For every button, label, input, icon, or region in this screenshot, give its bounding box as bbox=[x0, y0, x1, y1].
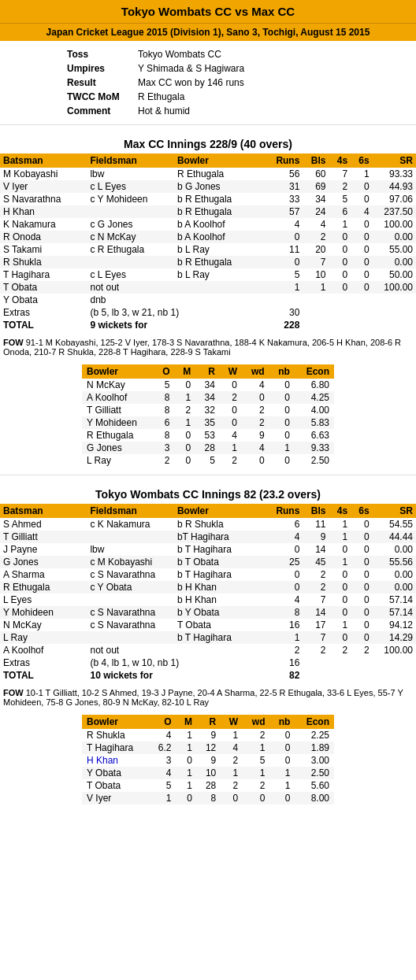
col-header-fieldsman: Fieldsman bbox=[87, 153, 173, 168]
sixes: 0 bbox=[351, 231, 373, 243]
bowling-o: 5 bbox=[149, 779, 176, 792]
batting-row: A Koolhof not out 2 2 2 2 100.00 bbox=[0, 644, 416, 656]
bowler: bT Hagihara bbox=[174, 531, 270, 543]
fours: 1 bbox=[329, 518, 351, 531]
fow-label-2: FOW bbox=[3, 688, 24, 697]
bowling-col-header: O bbox=[154, 364, 175, 379]
bowling-r: 35 bbox=[195, 416, 220, 429]
bowler: b A Koolhof bbox=[174, 231, 270, 243]
bowling-wd: 0 bbox=[242, 391, 269, 404]
bowling-row: T Obata 5 1 28 2 2 1 5.60 bbox=[82, 779, 334, 792]
bowling-econ: 6.63 bbox=[295, 429, 334, 442]
fieldsman: not out bbox=[87, 644, 173, 656]
col-header-batsman-2: Batsman bbox=[0, 504, 87, 518]
fours: 2 bbox=[329, 180, 351, 193]
bowling-nb: 0 bbox=[269, 429, 295, 442]
bowler: b G Jones bbox=[174, 180, 270, 193]
runs: 16 bbox=[269, 619, 303, 631]
batting-row: T Hagihara c L Eyes b L Ray 5 10 0 0 50.… bbox=[0, 268, 416, 281]
fieldsman: not out bbox=[87, 281, 173, 294]
sixes: 0 bbox=[351, 193, 373, 205]
match-info-value: Tokyo Wombats CC bbox=[133, 47, 354, 61]
batsman-name: Y Obata bbox=[0, 294, 87, 306]
sixes: 0 bbox=[351, 256, 373, 268]
bowling-wd: 1 bbox=[243, 741, 269, 754]
innings-2-section: Tokyo Wombats CC Innings 82 (23.2 overs)… bbox=[0, 483, 416, 804]
fours: 5 bbox=[329, 193, 351, 205]
bowling-r: 9 bbox=[197, 754, 221, 767]
balls: 2 bbox=[303, 568, 329, 581]
runs: 2 bbox=[269, 644, 303, 656]
strike-rate: 14.29 bbox=[373, 631, 416, 644]
fieldsman: c S Navarathna bbox=[87, 606, 173, 619]
batting-row: T Obata not out 1 1 0 0 100.00 bbox=[0, 281, 416, 294]
bowling-col-header: R bbox=[195, 364, 220, 379]
bowling-m: 2 bbox=[175, 404, 196, 416]
fours: 0 bbox=[329, 243, 351, 256]
runs: 56 bbox=[269, 168, 303, 180]
batsman-name: S Ahmed bbox=[0, 518, 87, 531]
fieldsman: c S Navarathna bbox=[87, 619, 173, 631]
match-info-row: UmpiresY Shimada & S Hagiwara bbox=[62, 61, 354, 76]
sixes: 0 bbox=[351, 218, 373, 231]
balls: 7 bbox=[303, 594, 329, 606]
total-desc: 10 wickets for bbox=[87, 669, 269, 682]
bowler: b L Ray bbox=[174, 268, 270, 281]
bowler: b R Ethugala bbox=[174, 256, 270, 268]
bowling-econ: 2.25 bbox=[295, 729, 334, 741]
strike-rate: 97.06 bbox=[373, 193, 416, 205]
bowler: b R Ethugala bbox=[174, 205, 270, 218]
bowling-nb: 0 bbox=[269, 379, 295, 391]
bowling-row: Y Mohideen 6 1 35 0 2 0 5.83 bbox=[82, 416, 334, 429]
balls: 20 bbox=[303, 243, 329, 256]
bowling-econ: 9.33 bbox=[295, 442, 334, 454]
bowling-o: 6.2 bbox=[149, 741, 176, 754]
sixes: 0 bbox=[351, 543, 373, 556]
fieldsman: dnb bbox=[87, 294, 173, 306]
fours: 0 bbox=[329, 268, 351, 281]
bowling-bowler: T Gilliatt bbox=[82, 404, 154, 416]
match-info-value: Y Shimada & S Hagiwara bbox=[133, 61, 354, 76]
runs: 5 bbox=[269, 268, 303, 281]
fours: 0 bbox=[329, 256, 351, 268]
bowling-m: 0 bbox=[175, 429, 196, 442]
bowler bbox=[174, 294, 270, 306]
batting-row: N McKay c S Navarathna T Obata 16 17 1 0… bbox=[0, 619, 416, 631]
batsman-name: R Shukla bbox=[0, 256, 87, 268]
col-header-fieldsman-2: Fieldsman bbox=[87, 504, 173, 518]
innings-1-section: Max CC Innings 228/9 (40 overs) Batsman … bbox=[0, 133, 416, 467]
balls: 9 bbox=[303, 531, 329, 543]
bowling-col-header: wd bbox=[242, 364, 269, 379]
batting-row: R Shukla b R Ethugala 0 7 0 0 0.00 bbox=[0, 256, 416, 268]
bowling-r: 32 bbox=[195, 404, 220, 416]
sixes: 0 bbox=[351, 556, 373, 568]
fieldsman: c L Eyes bbox=[87, 180, 173, 193]
col-header-bls-2: Bls bbox=[303, 504, 329, 518]
bowling-econ: 8.00 bbox=[295, 792, 334, 804]
fieldsman bbox=[87, 531, 173, 543]
bowling-m: 0 bbox=[176, 792, 197, 804]
match-info: TossTokyo Wombats CCUmpiresY Shimada & S… bbox=[62, 47, 354, 118]
bowler bbox=[174, 644, 270, 656]
bowling-econ: 5.60 bbox=[295, 779, 334, 792]
batting-row: G Jones c M Kobayashi b T Obata 25 45 1 … bbox=[0, 556, 416, 568]
bowling-o: 1 bbox=[149, 792, 176, 804]
bowling-col-header: wd bbox=[243, 715, 269, 729]
sixes: 0 bbox=[351, 531, 373, 543]
sixes: 0 bbox=[351, 594, 373, 606]
innings-2-bowling-table: BowlerOMRWwdnbEcon R Shukla 4 1 9 1 2 0 … bbox=[82, 715, 334, 804]
balls: 34 bbox=[303, 193, 329, 205]
fieldsman: lbw bbox=[87, 543, 173, 556]
balls: 7 bbox=[303, 256, 329, 268]
bowling-r: 28 bbox=[197, 779, 221, 792]
balls: 60 bbox=[303, 168, 329, 180]
strike-rate: 100.00 bbox=[373, 218, 416, 231]
bowling-w: 2 bbox=[221, 754, 243, 767]
balls: 24 bbox=[303, 205, 329, 218]
bowling-col-header: Econ bbox=[295, 715, 334, 729]
batting-row: K Nakamura c G Jones b A Koolhof 4 4 1 0… bbox=[0, 218, 416, 231]
strike-rate: 0.00 bbox=[373, 231, 416, 243]
batsman-name: T Hagihara bbox=[0, 268, 87, 281]
strike-rate: 100.00 bbox=[373, 281, 416, 294]
bowling-wd: 2 bbox=[243, 729, 269, 741]
